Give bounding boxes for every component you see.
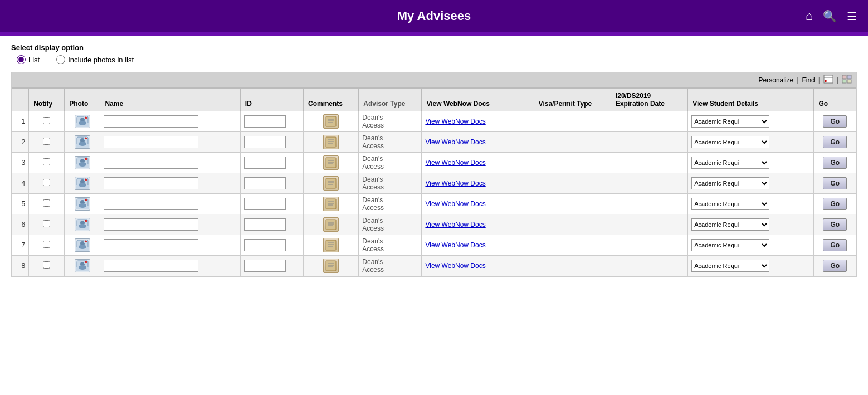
comments-icon[interactable] bbox=[323, 217, 339, 232]
go-button[interactable]: Go bbox=[823, 260, 847, 272]
notify-cell[interactable] bbox=[29, 111, 65, 132]
go-button[interactable]: Go bbox=[823, 177, 847, 189]
notify-cell[interactable] bbox=[29, 132, 65, 153]
id-input[interactable] bbox=[244, 157, 286, 169]
webnow-cell[interactable]: View WebNow Docs bbox=[422, 153, 534, 173]
name-input[interactable] bbox=[104, 218, 198, 231]
id-cell[interactable] bbox=[240, 132, 303, 153]
webnow-link[interactable]: View WebNow Docs bbox=[425, 221, 485, 228]
student-details-select[interactable]: Academic Requi bbox=[691, 260, 769, 272]
name-input[interactable] bbox=[104, 177, 198, 189]
id-cell[interactable] bbox=[240, 214, 303, 235]
radio-list[interactable]: List bbox=[17, 55, 40, 64]
student-details-select[interactable]: Academic Requi bbox=[691, 157, 769, 169]
webnow-cell[interactable]: View WebNow Docs bbox=[422, 235, 534, 256]
name-input[interactable] bbox=[104, 260, 198, 272]
id-input[interactable] bbox=[244, 239, 286, 251]
id-input[interactable] bbox=[244, 136, 286, 148]
webnow-link[interactable]: View WebNow Docs bbox=[425, 159, 485, 167]
view-student-cell[interactable]: Academic Requi bbox=[688, 256, 814, 276]
view-student-cell[interactable]: Academic Requi bbox=[688, 173, 814, 194]
id-cell[interactable] bbox=[240, 153, 303, 173]
photo-icon[interactable] bbox=[75, 156, 90, 169]
go-button[interactable]: Go bbox=[823, 115, 847, 128]
notify-checkbox[interactable] bbox=[43, 199, 50, 207]
id-input[interactable] bbox=[244, 198, 286, 210]
search-icon[interactable]: 🔍 bbox=[823, 9, 837, 23]
name-cell[interactable] bbox=[100, 132, 240, 153]
student-details-select[interactable]: Academic Requi bbox=[691, 239, 769, 251]
notify-checkbox[interactable] bbox=[43, 138, 50, 145]
go-cell[interactable]: Go bbox=[814, 153, 856, 173]
photo-icon[interactable] bbox=[75, 238, 90, 252]
notify-checkbox[interactable] bbox=[43, 220, 50, 227]
webnow-cell[interactable]: View WebNow Docs bbox=[422, 214, 534, 235]
go-button[interactable]: Go bbox=[823, 136, 847, 148]
go-cell[interactable]: Go bbox=[814, 173, 856, 194]
comments-cell[interactable] bbox=[303, 132, 358, 153]
webnow-cell[interactable]: View WebNow Docs bbox=[422, 132, 534, 153]
view-student-cell[interactable]: Academic Requi bbox=[688, 153, 814, 173]
home-icon[interactable]: ⌂ bbox=[806, 9, 813, 23]
comments-cell[interactable] bbox=[303, 194, 358, 214]
notify-checkbox[interactable] bbox=[43, 117, 50, 124]
notify-cell[interactable] bbox=[29, 153, 65, 173]
photo-cell[interactable] bbox=[65, 235, 100, 256]
view-student-cell[interactable]: Academic Requi bbox=[688, 111, 814, 132]
name-cell[interactable] bbox=[100, 235, 240, 256]
notify-checkbox[interactable] bbox=[43, 261, 50, 269]
id-input[interactable] bbox=[244, 218, 286, 231]
student-details-select[interactable]: Academic Requi bbox=[691, 218, 769, 231]
go-button[interactable]: Go bbox=[823, 239, 847, 251]
name-cell[interactable] bbox=[100, 214, 240, 235]
webnow-cell[interactable]: View WebNow Docs bbox=[422, 173, 534, 194]
notify-cell[interactable] bbox=[29, 194, 65, 214]
comments-icon[interactable] bbox=[323, 114, 339, 129]
view-student-cell[interactable]: Academic Requi bbox=[688, 132, 814, 153]
webnow-cell[interactable]: View WebNow Docs bbox=[422, 194, 534, 214]
webnow-link[interactable]: View WebNow Docs bbox=[425, 138, 485, 146]
go-cell[interactable]: Go bbox=[814, 194, 856, 214]
radio-photos[interactable]: Include photos in list bbox=[56, 55, 134, 64]
comments-cell[interactable] bbox=[303, 256, 358, 276]
name-cell[interactable] bbox=[100, 153, 240, 173]
photo-cell[interactable] bbox=[65, 256, 100, 276]
webnow-link[interactable]: View WebNow Docs bbox=[425, 262, 485, 270]
photo-cell[interactable] bbox=[65, 194, 100, 214]
go-cell[interactable]: Go bbox=[814, 111, 856, 132]
photo-icon[interactable] bbox=[75, 218, 90, 231]
export-icon[interactable]: ▶ bbox=[823, 75, 833, 85]
photo-icon[interactable] bbox=[75, 177, 90, 190]
photo-icon[interactable] bbox=[75, 135, 90, 149]
go-button[interactable]: Go bbox=[823, 198, 847, 210]
id-input[interactable] bbox=[244, 260, 286, 272]
name-input[interactable] bbox=[104, 157, 198, 169]
find-link[interactable]: Find bbox=[802, 76, 815, 84]
go-cell[interactable]: Go bbox=[814, 132, 856, 153]
id-cell[interactable] bbox=[240, 111, 303, 132]
id-cell[interactable] bbox=[240, 194, 303, 214]
comments-cell[interactable] bbox=[303, 153, 358, 173]
name-input[interactable] bbox=[104, 239, 198, 251]
comments-icon[interactable] bbox=[323, 176, 339, 191]
comments-icon[interactable] bbox=[323, 155, 339, 170]
grid-icon[interactable] bbox=[842, 75, 852, 85]
photo-cell[interactable] bbox=[65, 111, 100, 132]
notify-cell[interactable] bbox=[29, 214, 65, 235]
notify-checkbox[interactable] bbox=[43, 179, 50, 186]
id-cell[interactable] bbox=[240, 173, 303, 194]
photo-cell[interactable] bbox=[65, 173, 100, 194]
webnow-cell[interactable]: View WebNow Docs bbox=[422, 111, 534, 132]
photo-cell[interactable] bbox=[65, 153, 100, 173]
notify-checkbox[interactable] bbox=[43, 158, 50, 165]
photo-icon[interactable] bbox=[75, 259, 90, 272]
name-input[interactable] bbox=[104, 115, 198, 128]
menu-icon[interactable]: ☰ bbox=[847, 9, 857, 23]
student-details-select[interactable]: Academic Requi bbox=[691, 198, 769, 210]
go-cell[interactable]: Go bbox=[814, 235, 856, 256]
comments-cell[interactable] bbox=[303, 214, 358, 235]
comments-icon[interactable] bbox=[323, 238, 339, 252]
personalize-link[interactable]: Personalize bbox=[759, 76, 794, 84]
name-input[interactable] bbox=[104, 136, 198, 148]
name-cell[interactable] bbox=[100, 256, 240, 276]
